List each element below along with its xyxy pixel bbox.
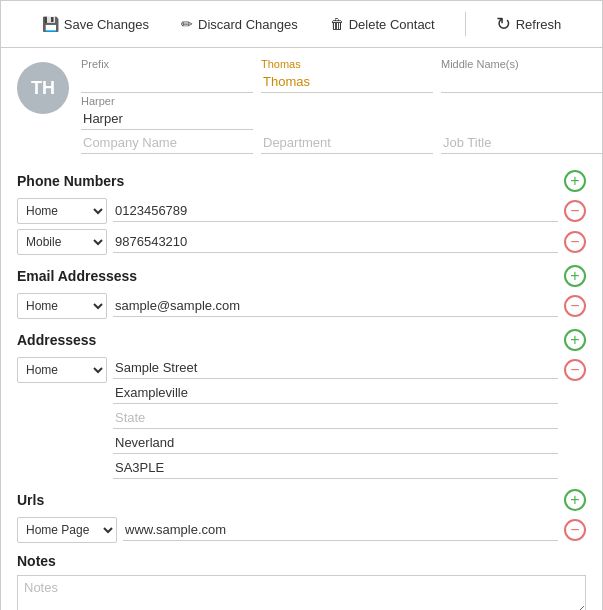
add-url-button[interactable]: + (564, 489, 586, 511)
middle-name-input[interactable] (441, 71, 603, 93)
job-title-input[interactable] (441, 132, 603, 154)
address-section: Addressess + Home Work Other − (17, 329, 586, 479)
contact-header: TH Prefix Thomas Middle Name(s) Harper (17, 58, 586, 154)
phone-section-header: Phone Numbers + (17, 170, 586, 192)
notes-section-header: Notes (17, 553, 586, 569)
remove-url-button-0[interactable]: − (564, 519, 586, 541)
avatar: TH (17, 62, 69, 114)
phone-title: Phone Numbers (17, 173, 124, 189)
department-field (261, 132, 433, 154)
phone-row-0: Home Mobile Work Other − (17, 198, 586, 224)
refresh-icon (496, 13, 511, 35)
last-name-field: Harper (81, 95, 253, 130)
delete-button[interactable]: Delete Contact (324, 12, 441, 36)
email-title: Email Addressess (17, 268, 137, 284)
save-icon (42, 16, 59, 32)
url-row-0: Home Page Work Other − (17, 517, 586, 543)
delete-icon (330, 16, 344, 32)
phone-section: Phone Numbers + Home Mobile Work Other −… (17, 170, 586, 255)
add-email-button[interactable]: + (564, 265, 586, 287)
phone-input-0[interactable] (113, 200, 558, 222)
email-row-0: Home Work Other − (17, 293, 586, 319)
address-city-0[interactable] (113, 382, 558, 404)
refresh-label: Refresh (516, 17, 562, 32)
notes-textarea[interactable] (17, 575, 586, 610)
address-state-0[interactable] (113, 407, 558, 429)
address-country-0[interactable] (113, 432, 558, 454)
remove-address-button-0[interactable]: − (564, 359, 586, 381)
prefix-field: Prefix (81, 58, 253, 93)
save-button[interactable]: Save Changes (36, 12, 155, 36)
middle-name-field: Middle Name(s) (441, 58, 603, 93)
address-title: Addressess (17, 332, 96, 348)
refresh-button[interactable]: Refresh (490, 9, 568, 39)
company-input[interactable] (81, 132, 253, 154)
address-row-0: Home Work Other − (17, 357, 586, 479)
url-input-0[interactable] (123, 519, 558, 541)
save-label: Save Changes (64, 17, 149, 32)
phone-type-select-0[interactable]: Home Mobile Work Other (17, 198, 107, 224)
last-name-input[interactable] (81, 108, 253, 130)
notes-section: Notes (17, 553, 586, 610)
main-content: TH Prefix Thomas Middle Name(s) Harper (1, 48, 602, 610)
last-name-label: Harper (81, 95, 253, 107)
first-name-field: Thomas (261, 58, 433, 93)
toolbar-separator (465, 12, 466, 36)
url-type-select-0[interactable]: Home Page Work Other (17, 517, 117, 543)
email-type-select-0[interactable]: Home Work Other (17, 293, 107, 319)
department-input[interactable] (261, 132, 433, 154)
email-input-0[interactable] (113, 295, 558, 317)
toolbar: Save Changes Discard Changes Delete Cont… (1, 1, 602, 48)
discard-icon (181, 16, 193, 32)
phone-type-select-1[interactable]: Home Mobile Work Other (17, 229, 107, 255)
address-street-0[interactable] (113, 357, 558, 379)
discard-button[interactable]: Discard Changes (175, 12, 304, 36)
remove-email-button-0[interactable]: − (564, 295, 586, 317)
address-subfields-0 (113, 357, 558, 479)
urls-title: Urls (17, 492, 44, 508)
company-field (81, 132, 253, 154)
remove-phone-button-0[interactable]: − (564, 200, 586, 222)
job-title-field (441, 132, 603, 154)
middle-name-label: Middle Name(s) (441, 58, 603, 70)
phone-input-1[interactable] (113, 231, 558, 253)
email-section: Email Addressess + Home Work Other − (17, 265, 586, 319)
urls-section-header: Urls + (17, 489, 586, 511)
first-name-label: Thomas (261, 58, 433, 70)
address-postcode-0[interactable] (113, 457, 558, 479)
first-name-input[interactable] (261, 71, 433, 93)
email-section-header: Email Addressess + (17, 265, 586, 287)
prefix-label: Prefix (81, 58, 253, 70)
add-phone-button[interactable]: + (564, 170, 586, 192)
urls-section: Urls + Home Page Work Other − (17, 489, 586, 543)
delete-label: Delete Contact (349, 17, 435, 32)
remove-phone-button-1[interactable]: − (564, 231, 586, 253)
address-type-select-0[interactable]: Home Work Other (17, 357, 107, 383)
prefix-input[interactable] (81, 71, 253, 93)
address-section-header: Addressess + (17, 329, 586, 351)
add-address-button[interactable]: + (564, 329, 586, 351)
discard-label: Discard Changes (198, 17, 298, 32)
notes-title: Notes (17, 553, 56, 569)
contact-fields: Prefix Thomas Middle Name(s) Harper (81, 58, 603, 154)
phone-row-1: Home Mobile Work Other − (17, 229, 586, 255)
